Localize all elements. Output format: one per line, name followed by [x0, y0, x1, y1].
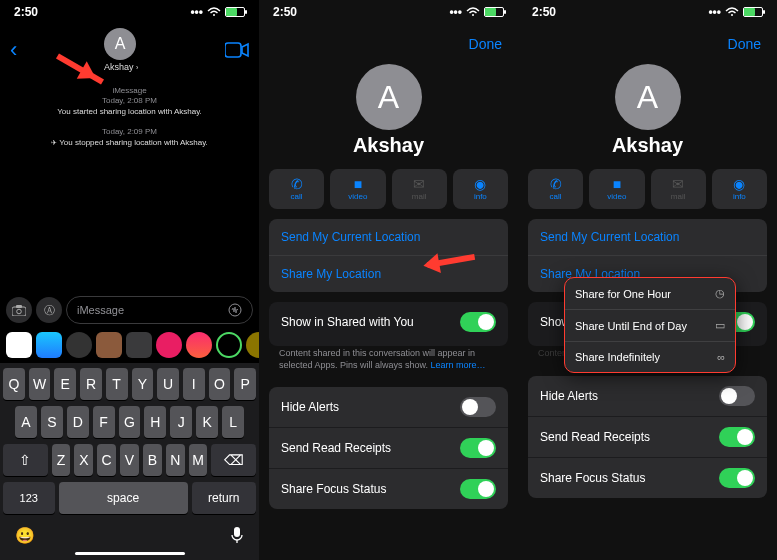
home-indicator[interactable]	[75, 552, 185, 555]
emoji-key[interactable]: 😀	[15, 526, 35, 545]
key-p[interactable]: P	[234, 368, 256, 400]
key-w[interactable]: W	[29, 368, 51, 400]
key-b[interactable]: B	[143, 444, 162, 476]
key-j[interactable]: J	[170, 406, 192, 438]
svg-rect-4	[16, 305, 22, 308]
mail-button[interactable]: ✉mail	[651, 169, 706, 209]
share-end-of-day[interactable]: Share Until End of Day▭	[565, 309, 735, 341]
read-receipts-toggle[interactable]	[460, 438, 496, 458]
calendar-icon: ▭	[715, 319, 725, 332]
system-message: iMessage Today, 2:08 PM You started shar…	[0, 86, 259, 117]
mail-icon: ✉	[672, 177, 684, 191]
video-button[interactable]: ■video	[589, 169, 644, 209]
hint-text: Content shared in this conversation will…	[259, 346, 518, 377]
share-duration-menu: Share for One Hour◷ Share Until End of D…	[564, 277, 736, 373]
hide-alerts-label: Hide Alerts	[540, 389, 598, 403]
person-icon: ◉	[733, 177, 745, 191]
numbers-key[interactable]: 123	[3, 482, 55, 514]
done-button[interactable]: Done	[259, 24, 518, 56]
svg-point-5	[229, 304, 241, 316]
key-a[interactable]: A	[15, 406, 37, 438]
backspace-key[interactable]: ⌫	[211, 444, 256, 476]
contact-header[interactable]: A Akshay ›	[104, 28, 138, 72]
person-icon: ◉	[474, 177, 486, 191]
key-r[interactable]: R	[80, 368, 102, 400]
avatar-icon: A	[104, 28, 136, 60]
key-z[interactable]: Z	[52, 444, 71, 476]
svg-point-0	[213, 14, 215, 16]
contact-name: Akshay	[259, 134, 518, 157]
status-icons: •••	[449, 5, 504, 19]
camera-button[interactable]	[6, 297, 32, 323]
key-y[interactable]: Y	[132, 368, 154, 400]
hide-alerts-toggle[interactable]	[719, 386, 755, 406]
mic-key[interactable]	[230, 526, 244, 545]
key-c[interactable]: C	[97, 444, 116, 476]
learn-more-link[interactable]: Learn more…	[431, 360, 486, 370]
key-v[interactable]: V	[120, 444, 139, 476]
share-location-button[interactable]: Share My Location	[269, 255, 508, 292]
focus-status-label: Share Focus Status	[281, 482, 386, 496]
back-button[interactable]: ‹	[10, 37, 17, 63]
key-g[interactable]: G	[119, 406, 141, 438]
message-input[interactable]: iMessage	[66, 296, 253, 324]
shift-key[interactable]: ⇧	[3, 444, 48, 476]
focus-status-toggle[interactable]	[460, 479, 496, 499]
send-location-button[interactable]: Send My Current Location	[528, 219, 767, 255]
key-s[interactable]: S	[41, 406, 63, 438]
key-k[interactable]: K	[196, 406, 218, 438]
svg-rect-1	[225, 43, 241, 57]
avatar-icon: A	[356, 64, 422, 130]
svg-point-9	[731, 14, 733, 16]
info-button[interactable]: ◉info	[712, 169, 767, 209]
keyboard[interactable]: QWERTYUIOP ASDFGHJKL ⇧ ZXCVBNM ⌫ 123 spa…	[0, 363, 259, 560]
clock: 2:50	[532, 5, 556, 19]
key-u[interactable]: U	[157, 368, 179, 400]
share-one-hour[interactable]: Share for One Hour◷	[565, 278, 735, 309]
app-strip[interactable]	[0, 330, 259, 360]
facetime-button[interactable]	[225, 42, 249, 58]
video-button[interactable]: ■video	[330, 169, 385, 209]
return-key[interactable]: return	[192, 482, 256, 514]
info-button[interactable]: ◉info	[453, 169, 508, 209]
key-f[interactable]: F	[93, 406, 115, 438]
mail-icon: ✉	[413, 177, 425, 191]
key-m[interactable]: M	[189, 444, 208, 476]
key-o[interactable]: O	[209, 368, 231, 400]
shared-with-you-label: Show in Shared with You	[281, 315, 414, 329]
space-key[interactable]: space	[59, 482, 188, 514]
video-icon: ■	[354, 177, 362, 191]
focus-status-toggle[interactable]	[719, 468, 755, 488]
key-d[interactable]: D	[67, 406, 89, 438]
key-t[interactable]: T	[106, 368, 128, 400]
svg-rect-2	[12, 307, 26, 316]
infinity-icon: ∞	[717, 351, 725, 363]
share-indefinitely[interactable]: Share Indefinitely∞	[565, 341, 735, 372]
mail-button[interactable]: ✉mail	[392, 169, 447, 209]
send-location-button[interactable]: Send My Current Location	[269, 219, 508, 255]
key-i[interactable]: I	[183, 368, 205, 400]
key-e[interactable]: E	[54, 368, 76, 400]
app-store-button[interactable]: Ⓐ	[36, 297, 62, 323]
hide-alerts-toggle[interactable]	[460, 397, 496, 417]
done-button[interactable]: Done	[518, 24, 777, 56]
dictate-icon[interactable]	[228, 303, 242, 317]
hide-alerts-label: Hide Alerts	[281, 400, 339, 414]
key-q[interactable]: Q	[3, 368, 25, 400]
key-n[interactable]: N	[166, 444, 185, 476]
key-h[interactable]: H	[144, 406, 166, 438]
key-x[interactable]: X	[74, 444, 93, 476]
read-receipts-toggle[interactable]	[719, 427, 755, 447]
read-receipts-label: Send Read Receipts	[281, 441, 391, 455]
svg-point-8	[472, 14, 474, 16]
video-icon: ■	[613, 177, 621, 191]
contact-name: Akshay	[518, 134, 777, 157]
call-button[interactable]: ✆call	[528, 169, 583, 209]
avatar-icon: A	[615, 64, 681, 130]
shared-toggle[interactable]	[460, 312, 496, 332]
key-l[interactable]: L	[222, 406, 244, 438]
clock-icon: ◷	[715, 287, 725, 300]
call-button[interactable]: ✆call	[269, 169, 324, 209]
system-message: Today, 2:09 PM ✈ You stopped sharing loc…	[0, 127, 259, 148]
clock: 2:50	[273, 5, 297, 19]
